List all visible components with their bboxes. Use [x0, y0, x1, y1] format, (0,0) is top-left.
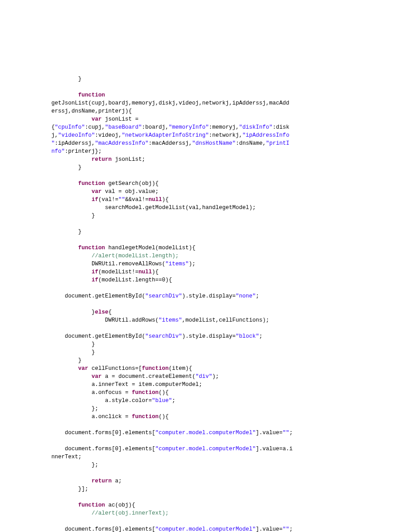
code-token: document.forms[0].elements[ — [51, 446, 155, 452]
code-token: DWRUtil.removeAllRows( — [51, 261, 165, 267]
code-token: DWRUtil.addRows( — [51, 317, 159, 323]
code-token: "" — [283, 526, 289, 532]
code-token: "printI — [266, 140, 289, 147]
code-token — [51, 502, 78, 508]
code-token: return — [92, 478, 112, 484]
code-token: "dnsHostName" — [192, 140, 236, 147]
code-token: } — [51, 357, 82, 364]
code-token — [51, 116, 92, 122]
code-token: if — [92, 269, 98, 275]
code-token: (modelList!= — [98, 269, 138, 275]
code-token: "cpuInfo" — [55, 124, 85, 130]
code-token: ){ — [162, 197, 169, 203]
code-token: var — [92, 189, 102, 195]
code-token: "" — [283, 430, 289, 436]
code-token: var — [78, 365, 88, 372]
code-token: function — [132, 390, 159, 396]
code-token: a; — [112, 478, 122, 484]
code-token: ,modelList,cellFunctions); — [182, 317, 269, 323]
code-token: :videoj, — [95, 132, 122, 138]
code-token: " — [51, 140, 55, 147]
code-token: var — [92, 373, 102, 380]
code-token: "baseBoard" — [105, 124, 142, 130]
code-token: document.forms[0].elements[ — [51, 430, 155, 436]
code-token: "networkAdapterInfoString" — [122, 132, 209, 138]
code-token: :printerj}; — [65, 148, 102, 155]
code-token: nnerText; — [51, 454, 82, 460]
code-token: "blue" — [152, 398, 172, 404]
code-token: document.getElementById( — [51, 333, 145, 339]
code-token: (modelList.length==0){ — [98, 277, 172, 283]
code-token: ].value=a.i — [256, 446, 293, 452]
code-token: ].value= — [256, 526, 283, 532]
code-token: } — [51, 349, 95, 356]
code-token: a = document.createElement( — [102, 373, 196, 380]
code-token: } — [51, 309, 95, 315]
code-token: } — [51, 164, 82, 171]
code-token: ).style.display= — [182, 293, 236, 299]
code-token: null — [149, 197, 162, 203]
code-token: &&val!= — [125, 197, 149, 203]
code-token — [51, 478, 92, 484]
code-token: getJsonList(cupj,boardj,memoryj,diskj,vi… — [51, 100, 289, 106]
code-token — [51, 189, 92, 195]
code-token: else — [95, 309, 109, 315]
code-token: "memoryInfo" — [169, 124, 209, 130]
code-token: var — [92, 116, 102, 122]
code-token: document.forms[0].elements[ — [51, 526, 155, 532]
code-token: "ipAddressInfo — [243, 132, 289, 138]
code-token: function — [78, 92, 105, 98]
code-token: :disk — [273, 124, 289, 130]
code-token: searchModel.getModelList(val,handlegetMo… — [51, 205, 256, 211]
code-token: } — [51, 76, 82, 82]
code-token: "items" — [165, 261, 189, 267]
code-token: if — [92, 277, 98, 283]
code-token: null — [138, 269, 152, 275]
code-token: "items" — [159, 317, 182, 323]
code-token: ); — [189, 261, 196, 267]
code-token: }; — [51, 406, 98, 412]
code-token: (){ — [159, 390, 169, 396]
code-token: function — [78, 245, 105, 251]
code-token: a.innerText = item.computerModel; — [51, 381, 202, 388]
code-token: }; — [51, 462, 98, 468]
code-token: "searchDiv" — [145, 333, 182, 339]
code-token: a.onfocus = — [51, 390, 132, 396]
code-token: (item){ — [169, 365, 193, 372]
code-token: }]; — [51, 486, 88, 492]
code-token: "searchDiv" — [145, 293, 182, 299]
code-token: a.onclick = — [51, 414, 132, 420]
code-token: } — [51, 341, 95, 348]
code-token — [51, 156, 92, 163]
code-token: val = obj.value; — [102, 189, 159, 195]
code-token: "" — [118, 197, 125, 203]
code-token: a.style.color= — [51, 398, 152, 404]
code-token: ).style.display= — [182, 333, 236, 339]
code-token: "block" — [236, 333, 260, 339]
code-token: ; — [256, 293, 260, 299]
code-token: ; — [289, 526, 293, 532]
code-token: jsonList = — [102, 116, 139, 122]
code-token: ); — [212, 373, 219, 380]
code-token: nfo" — [51, 148, 65, 155]
code-token — [51, 373, 92, 380]
code-token: return — [92, 156, 112, 163]
code-token: handlegetModel(modelList){ — [105, 245, 196, 251]
code-token: :networkj, — [209, 132, 243, 138]
code-token: :memoryj, — [209, 124, 239, 130]
code-token: "macAddressInfo" — [95, 140, 149, 147]
code-token: ; — [259, 333, 263, 339]
code-token: ){ — [152, 269, 159, 275]
code-token: } — [51, 229, 82, 235]
code-token: function — [78, 502, 105, 508]
code-token: } — [51, 213, 95, 219]
code-token — [51, 365, 78, 372]
code-token: :cupj, — [85, 124, 105, 130]
code-token: if — [92, 197, 98, 203]
code-token — [51, 197, 92, 203]
code-token: { — [109, 309, 112, 315]
code-token: { — [51, 124, 55, 130]
code-token: "computer.model.computerModel" — [155, 430, 256, 436]
code-token — [51, 277, 92, 283]
code-token: "diskInfo" — [239, 124, 273, 130]
